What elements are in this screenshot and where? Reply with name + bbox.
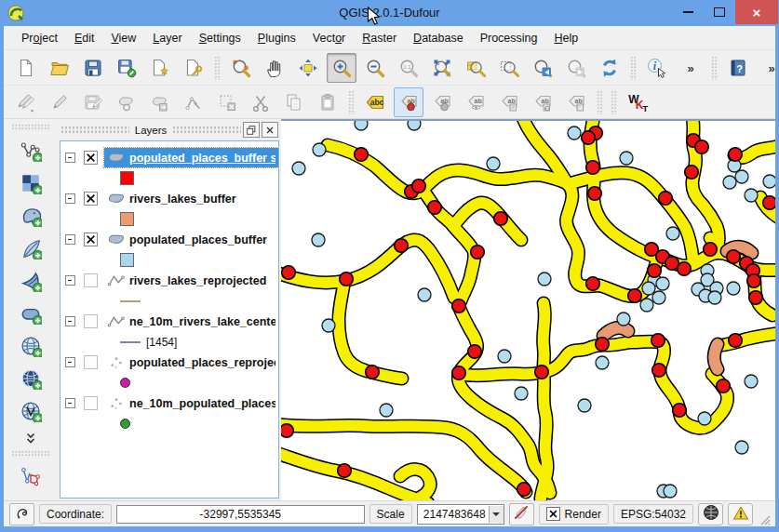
layers-panel-header[interactable]: Layers [58, 119, 281, 139]
crs-status-button[interactable] [698, 503, 723, 525]
save-project-as-button[interactable] [112, 53, 141, 83]
layer-item[interactable]: rivers_lakes_reprojected [60, 270, 278, 291]
close-button[interactable]: × [735, 0, 778, 24]
expander-icon[interactable] [65, 316, 75, 326]
add-wms-layer-button[interactable] [14, 330, 47, 362]
layer-visibility-checkbox[interactable] [84, 233, 98, 246]
layer-visibility-checkbox[interactable] [84, 355, 98, 369]
layer-name[interactable]: populated_places_buffer se... [129, 152, 275, 165]
add-wfs-layer-button[interactable] [14, 395, 47, 427]
add-raster-layer-button[interactable] [14, 167, 47, 199]
zoom-to-selection-button[interactable] [494, 53, 524, 83]
layer-name[interactable]: populated_places_reprojec... [129, 356, 275, 369]
open-project-button[interactable] [45, 53, 74, 83]
resize-grip[interactable] [758, 512, 772, 526]
zoom-out-button[interactable] [360, 53, 390, 83]
layer-name[interactable]: ne_10m_rivers_lake_cente... [129, 315, 275, 328]
coordinate-label[interactable]: Coordinate: [39, 504, 112, 524]
layer-name[interactable]: rivers_lakes_buffer [129, 193, 236, 206]
help-contents-button[interactable]: ? [723, 53, 753, 83]
expander-icon[interactable] [65, 398, 75, 408]
toolbar-drag-handle[interactable] [11, 124, 50, 131]
layer-item[interactable]: ne_10m_rivers_lake_cente... [60, 311, 278, 332]
menu-settings[interactable]: Settings [191, 28, 249, 48]
add-oracle-layer-button[interactable] [14, 298, 47, 329]
zoom-last-button[interactable] [528, 53, 557, 83]
expander-icon[interactable] [65, 357, 75, 367]
add-wcs-layer-button[interactable] [14, 363, 47, 394]
save-project-button[interactable] [78, 53, 108, 83]
wkt-plugin-button[interactable]: WKT [623, 87, 652, 117]
panel-float-button[interactable] [243, 122, 260, 138]
menu-edit[interactable]: Edit [66, 28, 103, 48]
layer-visibility-checkbox[interactable] [84, 192, 98, 206]
touch-zoom-button[interactable] [226, 53, 256, 83]
layer-name[interactable]: rivers_lakes_reprojected [129, 274, 266, 287]
layer-row-main[interactable]: rivers_lakes_reprojected [104, 271, 278, 290]
layer-name[interactable]: populated_places_buffer [129, 233, 267, 246]
coordinate-input[interactable]: -32997,5535345 [116, 505, 365, 524]
expander-icon[interactable] [65, 153, 75, 163]
layer-item[interactable]: rivers_lakes_buffer [60, 188, 278, 209]
menu-vector[interactable]: Vector [304, 28, 354, 48]
menu-plugins[interactable]: Plugins [249, 28, 304, 48]
refresh-map-button[interactable] [595, 53, 625, 83]
menu-project[interactable]: Project [13, 28, 66, 48]
new-project-button[interactable] [11, 53, 41, 83]
layer-visibility-checkbox[interactable] [84, 314, 98, 328]
zoom-to-layer-button[interactable] [461, 53, 490, 83]
layer-row-main[interactable]: populated_places_buffer se... [104, 148, 278, 167]
chevron-down-icon[interactable] [489, 506, 504, 523]
menu-database[interactable]: Database [405, 28, 472, 48]
new-print-composer-button[interactable] [145, 53, 175, 83]
expander-icon[interactable] [65, 234, 75, 245]
layer-item[interactable]: populated_places_buffer [60, 229, 278, 250]
panel-drag-handle[interactable] [60, 126, 129, 134]
map-canvas[interactable] [281, 120, 775, 501]
layer-item[interactable]: populated_places_buffer se... [60, 147, 278, 168]
layer-item[interactable]: ne_10m_populated_places... [60, 392, 278, 414]
layer-visibility-checkbox[interactable] [84, 151, 98, 165]
toolbar-extension-button[interactable] [14, 428, 47, 448]
menu-help[interactable]: Help [545, 28, 586, 48]
attributes-toolbar-overflow-button[interactable]: » [676, 53, 705, 83]
layer-row-main[interactable]: populated_places_buffer [104, 230, 278, 249]
menu-layer[interactable]: Layer [144, 28, 190, 48]
render-checkbox[interactable] [546, 507, 560, 521]
topology-checker-button[interactable] [14, 461, 47, 493]
panel-close-button[interactable] [262, 122, 278, 138]
layer-item[interactable]: populated_places_reprojec... [60, 352, 278, 373]
labeling-button[interactable]: abc [360, 87, 390, 117]
map-view[interactable] [281, 121, 775, 501]
add-spatialite-layer-button[interactable] [14, 233, 47, 264]
add-vector-layer-button[interactable] [14, 135, 47, 166]
pan-to-selection-button[interactable] [293, 53, 323, 83]
add-postgis-layer-button[interactable] [14, 200, 47, 232]
messages-button[interactable] [728, 503, 753, 525]
layer-row-main[interactable]: rivers_lakes_buffer [104, 189, 278, 208]
minimize-button[interactable] [672, 0, 704, 24]
toggle-extents-button[interactable] [9, 503, 34, 525]
label-pin-button[interactable]: ab [394, 87, 423, 117]
pan-map-button[interactable] [260, 53, 289, 83]
layer-row-main[interactable]: ne_10m_rivers_lake_cente... [104, 312, 278, 331]
stop-render-button[interactable] [509, 503, 534, 525]
zoom-full-extent-button[interactable] [427, 53, 457, 83]
epsg-status[interactable]: EPSG:54032 [613, 504, 693, 524]
layer-row-main[interactable]: ne_10m_populated_places... [104, 393, 278, 413]
menu-view[interactable]: View [102, 28, 144, 48]
help-toolbar-overflow-button[interactable]: » [757, 53, 779, 83]
layer-visibility-checkbox[interactable] [84, 396, 98, 410]
zoom-in-button[interactable] [327, 53, 356, 83]
add-mssql-layer-button[interactable] [14, 265, 47, 297]
layer-visibility-checkbox[interactable] [84, 273, 98, 287]
menu-processing[interactable]: Processing [472, 28, 546, 48]
panel-drag-handle[interactable] [172, 126, 241, 134]
identify-features-button[interactable]: i [642, 53, 672, 83]
layer-name[interactable]: ne_10m_populated_places... [129, 397, 275, 410]
composer-manager-button[interactable] [179, 53, 208, 83]
scale-combo[interactable]: 2147483648 [417, 504, 504, 525]
expander-icon[interactable] [65, 193, 75, 204]
menu-raster[interactable]: Raster [354, 28, 405, 48]
expander-icon[interactable] [65, 275, 75, 286]
